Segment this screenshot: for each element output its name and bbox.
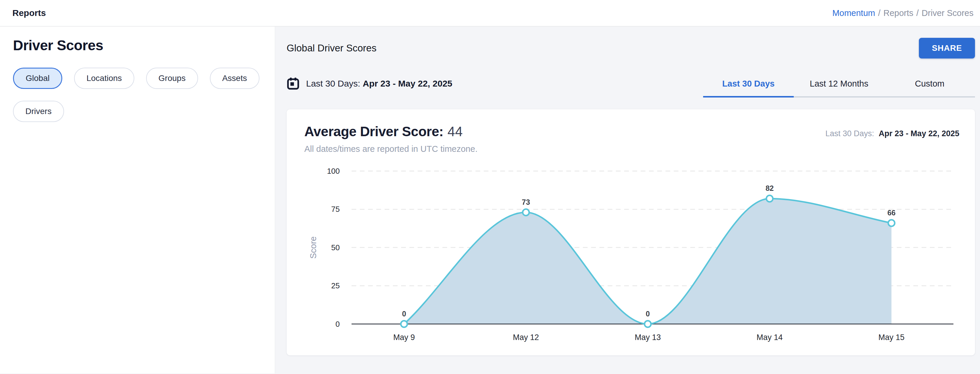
breadcrumb: Momentum / Reports / Driver Scores [832,8,974,18]
svg-text:25: 25 [331,281,340,290]
average-score-card: Average Driver Score:44 Last 30 Days: Ap… [286,109,975,355]
main-header: Global Driver Scores SHARE [286,38,975,59]
breadcrumb-separator: / [916,8,919,18]
share-button[interactable]: SHARE [919,38,975,59]
svg-text:May 14: May 14 [757,333,783,342]
card-range-value: Apr 23 - May 22, 2025 [879,129,959,138]
date-range-text: Last 30 Days: Apr 23 - May 22, 2025 [306,78,452,89]
breadcrumb-driver-scores: Driver Scores [921,8,974,18]
svg-text:May 15: May 15 [878,333,904,342]
svg-text:100: 100 [327,166,340,176]
report-scope-filters: Global Locations Groups Assets Drivers [13,68,266,122]
content-layout: Driver Scores Global Locations Groups As… [0,27,980,373]
date-range-control[interactable]: Last 30 Days: Apr 23 - May 22, 2025 [286,77,452,97]
breadcrumb-reports: Reports [883,8,913,18]
sidebar: Driver Scores Global Locations Groups As… [0,27,275,373]
score-line-chart: 0255075100Score0May 973May 120May 1382Ma… [304,165,959,342]
svg-text:Score: Score [309,237,318,259]
filter-pill-assets[interactable]: Assets [210,68,259,89]
breadcrumb-home-link[interactable]: Momentum [832,8,875,18]
svg-text:0: 0 [646,310,650,318]
average-score-value: 44 [447,124,463,139]
tab-custom[interactable]: Custom [885,79,975,96]
controls-row: Last 30 Days: Apr 23 - May 22, 2025 Last… [286,77,975,97]
svg-text:May 12: May 12 [513,333,539,342]
report-title: Global Driver Scores [286,43,376,54]
driver-score-chart: 0255075100Score0May 973May 120May 1382Ma… [304,165,959,342]
svg-text:73: 73 [522,198,530,206]
filter-pill-groups[interactable]: Groups [146,68,198,89]
main-area: Global Driver Scores SHARE Last 30 Days:… [275,27,980,373]
svg-text:0: 0 [402,310,406,318]
top-bar: Reports Momentum / Reports / Driver Scor… [0,0,980,27]
tab-last-12-months[interactable]: Last 12 Months [794,79,885,96]
card-range-prefix: Last 30 Days: [825,129,874,138]
svg-text:May 9: May 9 [393,333,415,342]
page-title: Reports [13,8,46,18]
svg-text:0: 0 [336,320,340,329]
card-title-group: Average Driver Score:44 [304,123,463,139]
svg-text:50: 50 [331,243,340,252]
sidebar-title: Driver Scores [13,37,266,53]
date-range-prefix: Last 30 Days: [306,78,360,88]
period-tabs: Last 30 Days Last 12 Months Custom [703,79,975,97]
calendar-icon [286,77,300,90]
svg-text:66: 66 [887,209,896,217]
svg-text:May 13: May 13 [635,333,660,342]
filter-pill-locations[interactable]: Locations [74,68,134,89]
card-header: Average Driver Score:44 Last 30 Days: Ap… [304,123,959,139]
svg-text:75: 75 [331,205,340,214]
filter-pill-drivers[interactable]: Drivers [13,101,64,122]
date-range-value: Apr 23 - May 22, 2025 [363,78,452,88]
filter-pill-global[interactable]: Global [13,68,62,89]
timezone-note: All dates/times are reported in UTC time… [304,144,959,154]
svg-text:82: 82 [765,184,774,192]
card-title: Average Driver Score: [304,124,443,139]
card-date-range: Last 30 Days: Apr 23 - May 22, 2025 [825,129,959,138]
breadcrumb-separator: / [878,8,881,18]
tab-last-30-days[interactable]: Last 30 Days [703,79,794,96]
